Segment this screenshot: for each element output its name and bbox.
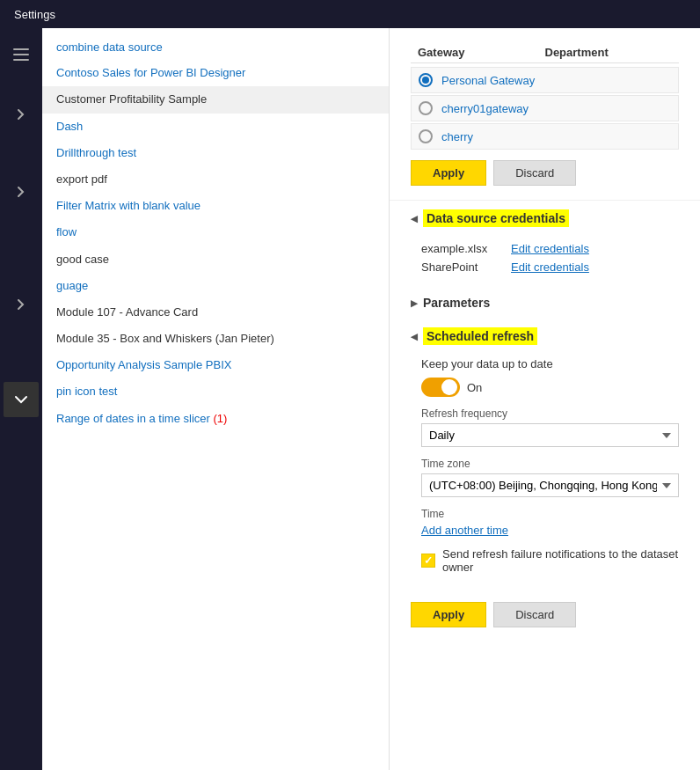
bottom-buttons: Apply Discard bbox=[390, 602, 700, 649]
dataset-item-module107[interactable]: Module 107 - Advance Card bbox=[42, 299, 389, 326]
svg-rect-2 bbox=[13, 59, 29, 61]
gateway-name-cherry01: cherry01gateway bbox=[441, 102, 529, 115]
keep-uptodate-label: Keep your data up to date bbox=[421, 357, 679, 370]
refresh-section-label: Scheduled refresh bbox=[423, 327, 537, 345]
credentials-file-sharepoint: SharePoint bbox=[421, 260, 500, 274]
refresh-frequency-label: Refresh frequency bbox=[421, 407, 679, 420]
dataset-list-panel: combine data source Contoso Sales for Po… bbox=[42, 28, 390, 770]
gateway-apply-button[interactable]: Apply bbox=[411, 160, 486, 186]
credentials-section: example.xlsx Edit credentials SharePoint… bbox=[390, 236, 700, 287]
dataset-item-drillthrough[interactable]: Drillthrough test bbox=[42, 140, 389, 166]
toggle-knob bbox=[441, 379, 457, 395]
dataset-item-range[interactable]: Range of dates in a time slicer (1) bbox=[42, 406, 389, 432]
nav-icon-4[interactable] bbox=[4, 287, 39, 322]
gateway-discard-button[interactable]: Discard bbox=[493, 160, 576, 186]
gateway-row-cherry[interactable]: cherry bbox=[411, 123, 679, 150]
dataset-item-good[interactable]: good case bbox=[42, 246, 389, 273]
toggle-label: On bbox=[467, 381, 482, 394]
time-label: Time bbox=[421, 508, 679, 520]
refresh-toggle[interactable] bbox=[421, 378, 460, 397]
parameters-toggle-icon: ▶ bbox=[411, 298, 418, 308]
time-zone-group: Time zone (UTC+08:00) Beijing, Chongqing… bbox=[421, 458, 679, 497]
credentials-row-sharepoint: SharePoint Edit credentials bbox=[421, 258, 679, 276]
radio-cherry[interactable] bbox=[419, 129, 433, 143]
time-zone-label: Time zone bbox=[421, 458, 679, 470]
gateway-section: Gateway Department Personal Gateway cher… bbox=[390, 28, 700, 201]
dataset-item-contoso[interactable]: Contoso Sales for Power BI Designer bbox=[42, 60, 389, 86]
radio-inner-personal bbox=[422, 77, 429, 84]
gateway-buttons: Apply Discard bbox=[411, 160, 679, 186]
dataset-item-pin[interactable]: pin icon test bbox=[42, 378, 389, 405]
refresh-discard-button[interactable]: Discard bbox=[493, 602, 576, 627]
credentials-file-excel: example.xlsx bbox=[421, 242, 500, 255]
dataset-item-customer[interactable]: Customer Profitability Sample bbox=[42, 86, 389, 113]
refresh-frequency-group: Refresh frequency Daily Weekly bbox=[421, 407, 679, 447]
dataset-item-module35[interactable]: Module 35 - Box and Whiskers (Jan Pieter… bbox=[42, 326, 389, 352]
nav-icon-2[interactable] bbox=[4, 97, 39, 132]
radio-personal[interactable] bbox=[419, 73, 433, 87]
checkmark-icon: ✓ bbox=[424, 554, 433, 567]
toggle-row: On bbox=[421, 378, 679, 397]
credentials-section-label: Data source credentials bbox=[423, 209, 569, 227]
refresh-frequency-select[interactable]: Daily Weekly bbox=[421, 423, 679, 447]
sidebar-icons bbox=[0, 28, 42, 770]
titlebar-label: Settings bbox=[14, 8, 55, 21]
gateway-col-header-gw: Gateway bbox=[418, 46, 545, 59]
time-zone-select[interactable]: (UTC+08:00) Beijing, Chongqing, Hong Kon… bbox=[421, 473, 679, 497]
notification-label: Send refresh failure notifications to th… bbox=[442, 547, 679, 574]
time-group: Time Add another time bbox=[421, 508, 679, 537]
dataset-item-combine[interactable]: combine data source bbox=[42, 35, 389, 60]
nav-icon-3[interactable] bbox=[4, 174, 39, 209]
credentials-toggle-icon: ◀ bbox=[411, 214, 418, 224]
dataset-item-guage[interactable]: guage bbox=[42, 273, 389, 299]
nav-icon-1[interactable] bbox=[4, 37, 39, 72]
parameters-section-label: Parameters bbox=[423, 296, 490, 310]
gateway-row-cherry01[interactable]: cherry01gateway bbox=[411, 95, 679, 121]
dataset-item-flow[interactable]: flow bbox=[42, 219, 389, 246]
notification-row: ✓ Send refresh failure notifications to … bbox=[421, 547, 679, 574]
svg-rect-0 bbox=[13, 48, 29, 50]
gateway-name-cherry: cherry bbox=[441, 130, 473, 143]
refresh-toggle-icon: ◀ bbox=[411, 332, 418, 341]
svg-rect-1 bbox=[13, 54, 29, 55]
add-time-link[interactable]: Add another time bbox=[421, 524, 508, 537]
settings-panel: Gateway Department Personal Gateway cher… bbox=[390, 28, 700, 770]
gateway-table-header: Gateway Department bbox=[411, 42, 679, 63]
dataset-item-export[interactable]: export pdf bbox=[42, 166, 389, 193]
dataset-item-opportunity[interactable]: Opportunity Analysis Sample PBIX bbox=[42, 352, 389, 378]
gateway-row-personal[interactable]: Personal Gateway bbox=[411, 67, 679, 93]
data-source-credentials-header[interactable]: ◀ Data source credentials bbox=[390, 201, 700, 236]
nav-icon-5[interactable] bbox=[4, 382, 39, 417]
parameters-header[interactable]: ▶ Parameters bbox=[390, 287, 700, 319]
edit-credentials-sharepoint[interactable]: Edit credentials bbox=[511, 260, 589, 274]
refresh-apply-button[interactable]: Apply bbox=[411, 602, 486, 627]
radio-cherry01[interactable] bbox=[419, 101, 433, 115]
dataset-item-dash[interactable]: Dash bbox=[42, 114, 389, 140]
titlebar: Settings bbox=[0, 0, 700, 28]
refresh-section: Keep your data up to date On Refresh fre… bbox=[390, 354, 700, 602]
gateway-col-header-dept: Department bbox=[545, 46, 673, 59]
gateway-name-personal: Personal Gateway bbox=[441, 74, 535, 87]
edit-credentials-excel[interactable]: Edit credentials bbox=[511, 242, 589, 255]
notification-checkbox[interactable]: ✓ bbox=[421, 554, 435, 568]
credentials-row-excel: example.xlsx Edit credentials bbox=[421, 239, 679, 258]
scheduled-refresh-header[interactable]: ◀ Scheduled refresh bbox=[390, 319, 700, 354]
dataset-item-filter[interactable]: Filter Matrix with blank value bbox=[42, 193, 389, 219]
